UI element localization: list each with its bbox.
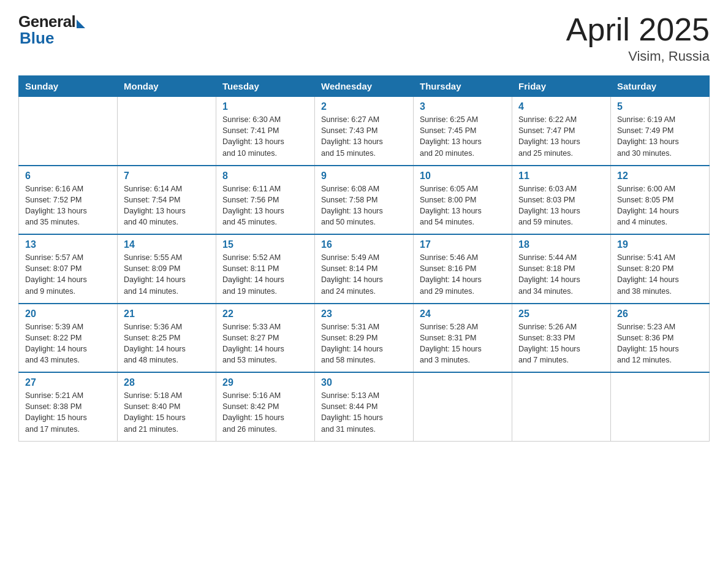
day-number: 24 <box>420 308 506 320</box>
calendar-cell <box>118 97 216 166</box>
calendar-cell: 9Sunrise: 6:08 AM Sunset: 7:58 PM Daylig… <box>315 166 414 235</box>
calendar-cell: 25Sunrise: 5:26 AM Sunset: 8:33 PM Dayli… <box>512 304 611 373</box>
day-number: 2 <box>321 101 407 112</box>
day-number: 10 <box>420 170 506 182</box>
day-number: 4 <box>518 101 604 112</box>
calendar-cell: 21Sunrise: 5:36 AM Sunset: 8:25 PM Dayli… <box>118 304 216 373</box>
day-info: Sunrise: 6:27 AM Sunset: 7:43 PM Dayligh… <box>321 114 407 159</box>
day-number: 9 <box>321 170 407 182</box>
day-number: 26 <box>617 308 703 320</box>
day-number: 20 <box>25 308 111 320</box>
col-header-saturday: Saturday <box>611 76 710 97</box>
day-info: Sunrise: 6:05 AM Sunset: 8:00 PM Dayligh… <box>420 183 506 228</box>
col-header-friday: Friday <box>512 76 611 97</box>
day-number: 16 <box>321 239 407 250</box>
day-info: Sunrise: 6:19 AM Sunset: 7:49 PM Dayligh… <box>617 114 703 159</box>
day-number: 17 <box>420 239 506 250</box>
day-info: Sunrise: 5:44 AM Sunset: 8:18 PM Dayligh… <box>518 252 604 297</box>
calendar-cell: 8Sunrise: 6:11 AM Sunset: 7:56 PM Daylig… <box>216 166 315 235</box>
calendar-cell: 15Sunrise: 5:52 AM Sunset: 8:11 PM Dayli… <box>216 234 315 304</box>
col-header-sunday: Sunday <box>19 76 118 97</box>
day-number: 22 <box>222 308 308 320</box>
day-number: 19 <box>617 239 703 250</box>
day-info: Sunrise: 5:46 AM Sunset: 8:16 PM Dayligh… <box>420 252 506 297</box>
calendar-location: Visim, Russia <box>566 48 710 64</box>
calendar-cell: 29Sunrise: 5:16 AM Sunset: 8:42 PM Dayli… <box>216 372 315 441</box>
day-number: 23 <box>321 308 407 320</box>
day-info: Sunrise: 5:31 AM Sunset: 8:29 PM Dayligh… <box>321 321 407 366</box>
logo-arrow-icon <box>77 20 85 28</box>
day-number: 25 <box>518 308 604 320</box>
day-number: 27 <box>25 377 111 388</box>
day-number: 8 <box>222 170 308 182</box>
col-header-tuesday: Tuesday <box>216 76 315 97</box>
day-info: Sunrise: 5:26 AM Sunset: 8:33 PM Dayligh… <box>518 321 604 366</box>
day-number: 30 <box>321 377 407 388</box>
calendar-cell: 10Sunrise: 6:05 AM Sunset: 8:00 PM Dayli… <box>414 166 512 235</box>
day-info: Sunrise: 6:08 AM Sunset: 7:58 PM Dayligh… <box>321 183 407 228</box>
calendar-cell: 23Sunrise: 5:31 AM Sunset: 8:29 PM Dayli… <box>315 304 414 373</box>
calendar-cell: 13Sunrise: 5:57 AM Sunset: 8:07 PM Dayli… <box>19 234 118 304</box>
calendar-cell: 6Sunrise: 6:16 AM Sunset: 7:52 PM Daylig… <box>19 166 118 235</box>
col-header-wednesday: Wednesday <box>315 76 414 97</box>
day-number: 11 <box>518 170 604 182</box>
day-number: 7 <box>124 170 210 182</box>
calendar-cell <box>512 372 611 441</box>
calendar-cell: 7Sunrise: 6:14 AM Sunset: 7:54 PM Daylig… <box>118 166 216 235</box>
calendar-cell: 20Sunrise: 5:39 AM Sunset: 8:22 PM Dayli… <box>19 304 118 373</box>
calendar-cell: 17Sunrise: 5:46 AM Sunset: 8:16 PM Dayli… <box>414 234 512 304</box>
col-header-thursday: Thursday <box>414 76 512 97</box>
day-info: Sunrise: 5:39 AM Sunset: 8:22 PM Dayligh… <box>25 321 111 366</box>
calendar-cell: 24Sunrise: 5:28 AM Sunset: 8:31 PM Dayli… <box>414 304 512 373</box>
day-number: 28 <box>124 377 210 388</box>
day-info: Sunrise: 5:49 AM Sunset: 8:14 PM Dayligh… <box>321 252 407 297</box>
week-row-4: 20Sunrise: 5:39 AM Sunset: 8:22 PM Dayli… <box>19 304 710 373</box>
calendar-cell: 18Sunrise: 5:44 AM Sunset: 8:18 PM Dayli… <box>512 234 611 304</box>
calendar-cell <box>611 372 710 441</box>
day-info: Sunrise: 5:13 AM Sunset: 8:44 PM Dayligh… <box>321 390 407 435</box>
day-info: Sunrise: 5:18 AM Sunset: 8:40 PM Dayligh… <box>124 390 210 435</box>
day-info: Sunrise: 5:52 AM Sunset: 8:11 PM Dayligh… <box>222 252 308 297</box>
day-number: 21 <box>124 308 210 320</box>
day-number: 6 <box>25 170 111 182</box>
calendar-cell: 1Sunrise: 6:30 AM Sunset: 7:41 PM Daylig… <box>216 97 315 166</box>
logo: General Blue <box>18 12 85 48</box>
day-info: Sunrise: 5:55 AM Sunset: 8:09 PM Dayligh… <box>124 252 210 297</box>
day-number: 5 <box>617 101 703 112</box>
day-info: Sunrise: 6:00 AM Sunset: 8:05 PM Dayligh… <box>617 183 703 228</box>
calendar-cell: 3Sunrise: 6:25 AM Sunset: 7:45 PM Daylig… <box>414 97 512 166</box>
calendar-cell <box>414 372 512 441</box>
calendar-cell: 19Sunrise: 5:41 AM Sunset: 8:20 PM Dayli… <box>611 234 710 304</box>
week-row-1: 1Sunrise: 6:30 AM Sunset: 7:41 PM Daylig… <box>19 97 710 166</box>
day-info: Sunrise: 6:14 AM Sunset: 7:54 PM Dayligh… <box>124 183 210 228</box>
day-info: Sunrise: 6:16 AM Sunset: 7:52 PM Dayligh… <box>25 183 111 228</box>
calendar-cell: 27Sunrise: 5:21 AM Sunset: 8:38 PM Dayli… <box>19 372 118 441</box>
day-info: Sunrise: 5:28 AM Sunset: 8:31 PM Dayligh… <box>420 321 506 366</box>
col-header-monday: Monday <box>118 76 216 97</box>
day-number: 13 <box>25 239 111 250</box>
calendar-cell: 26Sunrise: 5:23 AM Sunset: 8:36 PM Dayli… <box>611 304 710 373</box>
day-number: 3 <box>420 101 506 112</box>
calendar-cell: 12Sunrise: 6:00 AM Sunset: 8:05 PM Dayli… <box>611 166 710 235</box>
calendar-cell: 30Sunrise: 5:13 AM Sunset: 8:44 PM Dayli… <box>315 372 414 441</box>
calendar-cell: 4Sunrise: 6:22 AM Sunset: 7:47 PM Daylig… <box>512 97 611 166</box>
day-number: 1 <box>222 101 308 112</box>
day-info: Sunrise: 6:22 AM Sunset: 7:47 PM Dayligh… <box>518 114 604 159</box>
day-info: Sunrise: 5:23 AM Sunset: 8:36 PM Dayligh… <box>617 321 703 366</box>
day-number: 14 <box>124 239 210 250</box>
day-number: 18 <box>518 239 604 250</box>
day-number: 29 <box>222 377 308 388</box>
calendar-cell: 16Sunrise: 5:49 AM Sunset: 8:14 PM Dayli… <box>315 234 414 304</box>
calendar-cell: 28Sunrise: 5:18 AM Sunset: 8:40 PM Dayli… <box>118 372 216 441</box>
page-header: General Blue April 2025 Visim, Russia <box>18 12 710 64</box>
day-info: Sunrise: 5:33 AM Sunset: 8:27 PM Dayligh… <box>222 321 308 366</box>
day-number: 15 <box>222 239 308 250</box>
day-info: Sunrise: 6:30 AM Sunset: 7:41 PM Dayligh… <box>222 114 308 159</box>
week-row-3: 13Sunrise: 5:57 AM Sunset: 8:07 PM Dayli… <box>19 234 710 304</box>
day-number: 12 <box>617 170 703 182</box>
calendar-cell: 5Sunrise: 6:19 AM Sunset: 7:49 PM Daylig… <box>611 97 710 166</box>
day-info: Sunrise: 5:36 AM Sunset: 8:25 PM Dayligh… <box>124 321 210 366</box>
calendar-header-row: SundayMondayTuesdayWednesdayThursdayFrid… <box>19 76 710 97</box>
day-info: Sunrise: 6:25 AM Sunset: 7:45 PM Dayligh… <box>420 114 506 159</box>
calendar-cell <box>19 97 118 166</box>
